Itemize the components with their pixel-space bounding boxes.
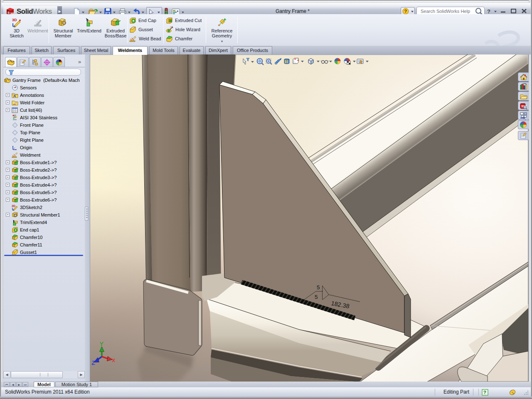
svg-text:?: ?: [483, 390, 486, 395]
svg-text:3D: 3D: [12, 204, 15, 207]
svg-text:5: 5: [317, 284, 320, 291]
svg-text:5: 5: [315, 294, 318, 300]
svg-text:3D: 3D: [12, 18, 17, 22]
svg-text:?: ?: [404, 9, 407, 14]
svg-text:A: A: [13, 94, 16, 98]
